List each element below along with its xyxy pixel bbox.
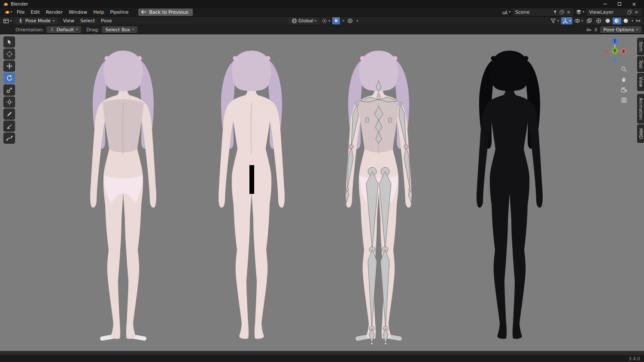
armature-bones[interactable] — [345, 81, 412, 345]
tool-settings-bar: Orientation: Default ▾ Drag: Select Box … — [0, 25, 644, 34]
close-button[interactable]: × — [627, 0, 641, 8]
tool-transform[interactable] — [3, 97, 15, 108]
menu-window[interactable]: Window — [66, 9, 90, 16]
character-figure-censored[interactable] — [209, 48, 295, 348]
tool-annotate[interactable] — [3, 109, 15, 120]
mode-caret-icon: ▾ — [53, 19, 55, 23]
tool-select-box[interactable] — [3, 36, 15, 48]
navigation-gizmo[interactable]: Z X Y — [600, 36, 629, 63]
shading-settings-button[interactable]: ▾ — [632, 19, 633, 23]
minimize-button[interactable] — [598, 0, 612, 8]
tool-pose-breakdowner[interactable] — [3, 133, 15, 144]
character-figure-armature[interactable] — [336, 48, 422, 348]
tab-view[interactable]: View — [637, 73, 644, 91]
transform-cluster: Global ▾ ▾ ▾ — [289, 17, 359, 25]
tool-scale[interactable] — [3, 84, 15, 96]
orientation-caret-icon: ▾ — [315, 19, 316, 23]
sidebar-tabs: Item Tool View Animation MMD — [637, 38, 644, 143]
back-to-previous-button[interactable]: Back to Previous — [138, 9, 192, 16]
app-menu-button[interactable]: ▾ — [3, 9, 14, 15]
gizmo-z-label: Z — [614, 39, 616, 43]
snap-toggle[interactable] — [332, 17, 340, 24]
viewport-3d[interactable]: Z X Y — [0, 34, 644, 351]
snap-settings-caret-icon: ▾ — [342, 19, 344, 23]
menu-pipeline[interactable]: Pipeline — [107, 9, 131, 16]
unlink-scene-button[interactable]: × — [566, 10, 571, 15]
menu-edit[interactable]: Edit — [27, 9, 43, 16]
menu-view[interactable]: View — [60, 17, 77, 24]
new-scene-icon[interactable] — [559, 10, 564, 15]
show-gizmo-toggle[interactable]: ▾ — [561, 17, 572, 24]
drag-dropdown-value: Select Box — [105, 27, 130, 33]
version-label: 3.4.0 — [629, 356, 640, 361]
scene-selector[interactable]: Scene × — [513, 9, 574, 16]
scene-browse-caret-icon: ▾ — [509, 10, 510, 14]
statusbar: 3.4.0 — [0, 355, 644, 362]
editor-type-selector[interactable]: ▾ — [2, 18, 12, 24]
character-figure-wireframe[interactable] — [467, 48, 553, 348]
menu-select[interactable]: Select — [77, 17, 98, 24]
tab-animation[interactable]: Animation — [637, 94, 644, 124]
area-resize-handle[interactable] — [0, 351, 644, 355]
tool-measure[interactable] — [3, 121, 15, 132]
character-figure-textured[interactable] — [80, 48, 166, 348]
gizmo-minus-x-axis[interactable] — [604, 49, 609, 54]
tab-mmd[interactable]: MMD — [637, 124, 644, 143]
viewlayer-selector[interactable]: ViewLayer × — [586, 9, 641, 16]
proportional-editing-toggle[interactable] — [346, 17, 354, 24]
drag-dropdown[interactable]: Select Box ▾ — [102, 26, 137, 33]
keying-set-icon[interactable] — [586, 27, 592, 33]
shading-material-button[interactable] — [613, 18, 621, 24]
viewlayer-name: ViewLayer — [589, 9, 625, 15]
camera-view-button[interactable] — [619, 85, 629, 94]
tool-cursor[interactable] — [3, 48, 15, 60]
orientation-dropdown[interactable]: Default ▾ — [46, 26, 81, 33]
scene-browse-button[interactable]: ▾ — [501, 9, 511, 15]
pivot-point-selector[interactable]: ▾ — [320, 17, 331, 24]
proportional-settings-button[interactable]: ▾ — [355, 18, 359, 24]
orthographic-toggle-button[interactable] — [619, 95, 629, 105]
orientation-dropdown-caret-icon: ▾ — [76, 28, 78, 31]
topbar-menu: ▾ File Edit Render Window Help Pipeline … — [0, 8, 644, 17]
clear-keying-set-button[interactable]: X — [594, 27, 598, 32]
window-controls: × — [598, 0, 641, 8]
visibility-caret-icon: ▾ — [557, 19, 559, 23]
remove-viewlayer-button[interactable]: × — [634, 10, 639, 15]
snap-settings-button[interactable]: ▾ — [341, 18, 345, 24]
menu-render[interactable]: Render — [43, 9, 66, 16]
overlays-caret-icon: ▾ — [581, 19, 583, 23]
mode-selector[interactable]: Pose Mode ▾ — [15, 18, 58, 24]
gizmo-caret-icon: ▾ — [569, 19, 571, 23]
viewlayer-browse-button[interactable]: ▾ — [575, 9, 585, 15]
pin-scene-icon[interactable] — [553, 10, 557, 15]
shading-wireframe-button[interactable] — [595, 18, 603, 24]
topbar-right: ▾ Scene × — [501, 9, 641, 16]
tab-tool[interactable]: Tool — [637, 56, 644, 72]
tab-item[interactable]: Item — [637, 38, 644, 55]
blender-window: Blender × ▾ File Edit Render Window Help… — [0, 0, 644, 362]
shading-rendered-button[interactable] — [622, 18, 630, 24]
menu-file[interactable]: File — [14, 9, 27, 16]
pose-options-dropdown[interactable]: Pose Options ▾ — [600, 26, 641, 33]
drag-dropdown-caret-icon: ▾ — [132, 28, 134, 31]
orientation-label: Orientation: — [15, 27, 44, 33]
transform-orientation-selector[interactable]: Global ▾ — [289, 18, 319, 24]
show-overlays-toggle[interactable]: ▾ — [573, 17, 584, 24]
tool-move[interactable] — [3, 60, 15, 72]
window-title: Blender — [11, 1, 28, 6]
tool-rotate[interactable] — [3, 72, 15, 84]
mode-label: Pose Mode — [25, 18, 51, 24]
pan-hand-button[interactable] — [619, 75, 629, 84]
menu-pose[interactable]: Pose — [98, 17, 115, 24]
new-viewlayer-icon[interactable] — [627, 10, 632, 15]
shading-solid-button[interactable] — [604, 18, 612, 24]
proportional-caret-icon: ▾ — [356, 19, 358, 23]
xray-toggle[interactable] — [585, 17, 593, 24]
maximize-button[interactable] — [612, 0, 627, 8]
viewport-display-cluster: ▾ ▾ ▾ — [549, 17, 642, 25]
zoom-button[interactable] — [619, 64, 629, 74]
gizmo-minus-z-axis[interactable] — [612, 58, 617, 63]
menu-help[interactable]: Help — [90, 9, 107, 16]
object-visibility-filter-button[interactable]: ▾ — [549, 17, 560, 24]
expand-header-icon[interactable] — [634, 17, 642, 24]
